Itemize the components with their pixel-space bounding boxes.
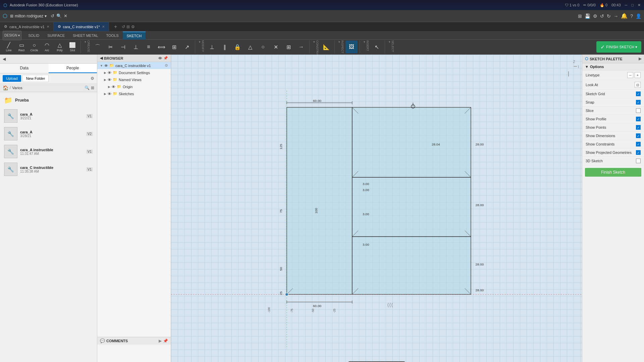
sidebar-settings-icon[interactable]: ⚙ bbox=[91, 76, 94, 81]
3dsketch-checkbox[interactable] bbox=[636, 159, 641, 163]
trim-btn[interactable]: ✂ bbox=[104, 41, 116, 53]
line-tool-btn[interactable]: ╱ Line bbox=[3, 41, 15, 53]
sidebar-search-icon[interactable]: 🔍 bbox=[85, 85, 90, 90]
home-icon[interactable]: 🏠 bbox=[3, 85, 8, 90]
close-workspace-btn[interactable]: ✕ bbox=[64, 13, 67, 18]
comments-expand-icon[interactable]: ▶ bbox=[159, 339, 162, 343]
browser-item-origin[interactable]: ▶ 👁 📁 Origin bbox=[97, 83, 171, 90]
eye-icon-2[interactable]: 👁 bbox=[108, 78, 111, 82]
tab-surface[interactable]: SURFACE bbox=[43, 32, 69, 40]
list-item[interactable]: 🔧 cara_A 3/28/21 V2 bbox=[1, 125, 96, 143]
sidebar-list-icon[interactable]: ⊞ bbox=[91, 85, 94, 90]
tab-sheet-metal[interactable]: SHEET METAL bbox=[69, 32, 102, 40]
constraint-btn-3[interactable]: 🔒 bbox=[231, 41, 244, 53]
data-tab[interactable]: Data bbox=[0, 64, 49, 73]
list-item[interactable]: 🔧 cara_A instructible 11:31:47 AM V1 bbox=[1, 143, 96, 161]
eye-icon-4[interactable]: 👁 bbox=[108, 92, 111, 96]
browser-collapse-icon[interactable]: ◀ bbox=[100, 56, 103, 60]
question-icon[interactable]: ? bbox=[630, 13, 633, 19]
showprofile-checkbox[interactable]: ✓ bbox=[636, 117, 641, 121]
save-icon[interactable]: 💾 bbox=[585, 13, 590, 19]
slice-checkbox[interactable] bbox=[636, 108, 641, 113]
constraint-btn-2[interactable]: ∥ bbox=[219, 41, 231, 53]
notifications-icon[interactable]: 🔔 bbox=[621, 13, 628, 19]
new-folder-btn[interactable]: New Folder bbox=[22, 75, 49, 82]
sidebar-collapse-icon[interactable]: ◀ bbox=[3, 57, 6, 61]
break-btn[interactable]: ⊥ bbox=[130, 41, 142, 53]
tab-cara-c[interactable]: ⚙ cara_C instructible v1* ✕ bbox=[54, 22, 109, 31]
list-item[interactable]: 🔧 cara_A 3/22/21 V1 bbox=[1, 107, 96, 125]
project-btn[interactable]: ↗ bbox=[181, 41, 193, 53]
eye-icon-3[interactable]: 👁 bbox=[112, 85, 115, 89]
search-btn[interactable]: 🔍 bbox=[56, 13, 62, 18]
settings-icon-0[interactable]: ⚙ bbox=[165, 63, 168, 68]
browser-pin-icon[interactable]: 📌 bbox=[163, 56, 168, 60]
sketchgrid-checkbox[interactable]: ✓ bbox=[636, 92, 641, 96]
finish-sketch-palette-btn[interactable]: Finish Sketch bbox=[585, 168, 641, 177]
upload-btn[interactable]: Upload bbox=[3, 75, 21, 82]
browser-item-root[interactable]: ▼ 👁 📁 cara_C instructible v1 ⚙ bbox=[97, 62, 171, 69]
pattern-btn[interactable]: ⊞ bbox=[168, 41, 180, 53]
constraint-btn-1[interactable]: ⊥ bbox=[206, 41, 218, 53]
tab-settings-btn[interactable]: ⚙ bbox=[131, 24, 135, 29]
browser-item-docsettings[interactable]: ▶ 👁 📁 Document Settings bbox=[97, 69, 171, 76]
eye-icon-1[interactable]: 👁 bbox=[108, 71, 111, 75]
tab-solid[interactable]: SOLID bbox=[24, 32, 43, 40]
browser-item-sketches[interactable]: ▶ 👁 📁 Sketches bbox=[97, 90, 171, 97]
tab-cara-a[interactable]: ⚙ cara_A instructible v1 ✕ bbox=[0, 22, 54, 31]
grid-view-icon[interactable]: ⊞ bbox=[578, 13, 582, 19]
undo-btn[interactable]: ↺ bbox=[600, 13, 604, 19]
select-btn[interactable]: ↖ bbox=[371, 41, 383, 53]
canvas-area[interactable]: 60.00 125 28.04 100 3.00 3.00 28.00 75 3… bbox=[171, 55, 582, 362]
slot-tool-btn[interactable]: ⬜ Slot bbox=[66, 41, 78, 53]
folder-item-prueba[interactable]: 📁 Prueba bbox=[1, 94, 96, 107]
showconstraints-checkbox[interactable]: ✓ bbox=[636, 142, 641, 146]
tab-add-btn[interactable]: + bbox=[111, 22, 120, 32]
options-icon[interactable]: ⚙ bbox=[593, 13, 597, 19]
showprojected-checkbox[interactable]: ✓ bbox=[636, 150, 641, 155]
redo-btn[interactable]: ↻ bbox=[607, 13, 611, 19]
tab-nav-btn[interactable]: ⊞ bbox=[126, 24, 130, 29]
fillet-btn[interactable]: ⌒ bbox=[92, 41, 104, 53]
constraint-btn-8[interactable]: → bbox=[295, 41, 307, 53]
constraint-btn-7[interactable]: ⊞ bbox=[282, 41, 294, 53]
tab-close-cara-c[interactable]: ✕ bbox=[102, 25, 105, 28]
tab-sketch[interactable]: SKETCH bbox=[123, 32, 146, 40]
list-item[interactable]: 🔧 cara_C instructible 11:35:38 AM V1 bbox=[1, 161, 96, 178]
constraint-btn-4[interactable]: △ bbox=[244, 41, 256, 53]
constraint-btn-5[interactable]: ○ bbox=[257, 41, 269, 53]
mirror-btn[interactable]: ⟺ bbox=[155, 41, 167, 53]
circle-tool-btn[interactable]: ○ Circle bbox=[28, 41, 40, 53]
rect-tool-btn[interactable]: ▭ Rect bbox=[15, 41, 28, 53]
restore-btn[interactable]: □ bbox=[631, 3, 634, 7]
finish-sketch-btn-toolbar[interactable]: ✓ FINISH SKETCH ▾ bbox=[596, 41, 641, 53]
polygon-tool-btn[interactable]: △ Poly bbox=[54, 41, 66, 53]
tab-close-cara-a[interactable]: ✕ bbox=[47, 25, 49, 28]
snap-checkbox[interactable]: ✓ bbox=[636, 100, 641, 105]
palette-expand-icon[interactable]: ▶ bbox=[639, 57, 641, 61]
insert-image-btn[interactable]: 🖼 bbox=[345, 41, 358, 53]
tab-tools[interactable]: TOOLS bbox=[102, 32, 123, 40]
extend-btn[interactable]: ⊣ bbox=[117, 41, 129, 53]
forward-btn[interactable]: → bbox=[613, 13, 618, 19]
browser-eye-icon[interactable]: 👁 bbox=[158, 56, 162, 60]
linetype-icon-2[interactable]: + bbox=[635, 72, 641, 78]
tab-refresh-btn[interactable]: ↺ bbox=[122, 24, 125, 29]
user-icon[interactable]: 👤 bbox=[636, 13, 641, 19]
eye-icon-0[interactable]: 👁 bbox=[104, 64, 108, 68]
refresh-btn[interactable]: ↺ bbox=[51, 13, 54, 18]
lookat-icon[interactable]: ⊡ bbox=[635, 82, 641, 88]
account-menu[interactable]: ⊞ milton rodriguez ▾ bbox=[10, 14, 47, 18]
design-dropdown[interactable]: DESIGN ▾ bbox=[3, 31, 21, 40]
offset-btn[interactable]: ≡ bbox=[143, 41, 155, 53]
palette-options-section[interactable]: ▼ Options bbox=[582, 63, 644, 70]
arc-tool-btn[interactable]: ◠ Arc bbox=[41, 41, 53, 53]
comments-pin-icon[interactable]: 📌 bbox=[163, 339, 168, 343]
close-btn[interactable]: ✕ bbox=[638, 3, 641, 7]
breadcrumb-folder[interactable]: Varios bbox=[12, 86, 22, 90]
showpoints-checkbox[interactable]: ✓ bbox=[636, 125, 641, 130]
people-tab[interactable]: People bbox=[49, 64, 97, 73]
linetype-icon-1[interactable]: ─ bbox=[627, 72, 633, 78]
constraint-btn-6[interactable]: ✕ bbox=[270, 41, 282, 53]
minimize-btn[interactable]: ─ bbox=[625, 3, 628, 7]
